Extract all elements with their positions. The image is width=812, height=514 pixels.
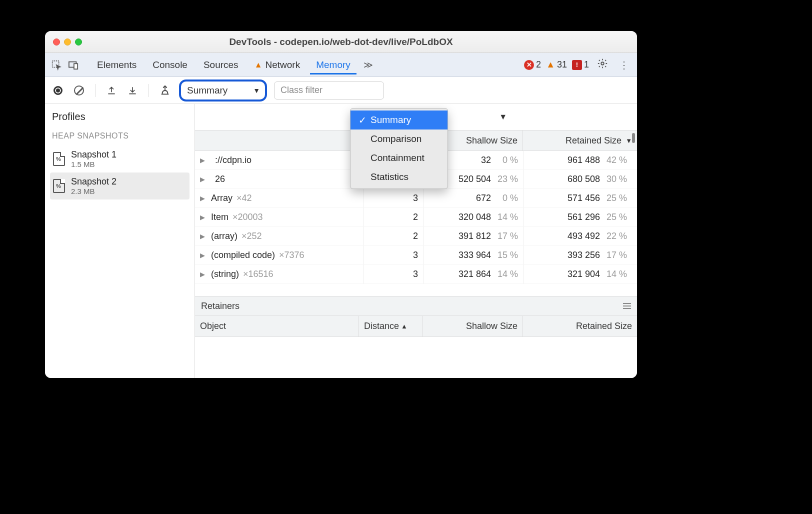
disclosure-triangle-icon[interactable]: ▶: [200, 194, 207, 202]
dropdown-item-summary[interactable]: ✓ Summary: [350, 110, 448, 130]
errors-count: 2: [536, 60, 541, 70]
divider: [95, 84, 96, 97]
sidebar-item-snapshot-2[interactable]: Snapshot 2 2.3 MB: [50, 172, 190, 200]
scrollbar-thumb[interactable]: [632, 133, 635, 143]
issues-count: 1: [584, 60, 589, 70]
instance-count: ×16516: [243, 269, 274, 280]
retainers-table-header: Object Distance ▲ Shallow Size Retained …: [195, 316, 637, 337]
dropdown-item-label: Summary: [370, 114, 411, 126]
col-constructor[interactable]: [195, 130, 363, 150]
retained-size-pct: 17 %: [605, 250, 627, 260]
tab-network-label: Network: [265, 60, 300, 70]
retainers-body: [195, 337, 637, 378]
tab-sources[interactable]: Sources: [198, 56, 244, 74]
shallow-size-value: 321 864: [458, 269, 491, 280]
snapshot-size: 2.3 MB: [71, 187, 116, 196]
export-icon[interactable]: [104, 84, 118, 98]
caret-down-icon[interactable]: ▼: [499, 112, 507, 122]
col-retained-label: Retained Size: [566, 136, 622, 146]
shallow-size-pct: 17 %: [496, 231, 518, 242]
tab-memory[interactable]: Memory: [310, 56, 356, 74]
inspect-icon[interactable]: [50, 58, 63, 72]
disclosure-triangle-icon[interactable]: ▶: [200, 270, 207, 278]
disclosure-triangle-icon[interactable]: ▶: [200, 252, 207, 259]
instance-count: ×42: [236, 193, 252, 204]
shallow-size-value: 520 504: [458, 174, 491, 184]
class-filter-input[interactable]: [274, 82, 384, 100]
main-area: Profiles HEAP SNAPSHOTS Snapshot 1 1.5 M…: [45, 104, 637, 378]
retainers-title: Retainers: [201, 301, 240, 312]
dropdown-item-containment[interactable]: Containment: [350, 148, 448, 168]
sort-asc-icon: ▲: [401, 322, 408, 330]
devtools-window: DevTools - codepen.io/web-dot-dev/live/P…: [45, 31, 637, 378]
disclosure-triangle-icon[interactable]: ▶: [200, 232, 207, 240]
divider: [148, 84, 149, 97]
distance-value: 2: [413, 231, 418, 242]
dropdown-item-label: Statistics: [370, 172, 408, 182]
distance-value: 3: [413, 250, 418, 260]
errors-badge[interactable]: ✕ 2: [524, 60, 541, 70]
snapshot-name: Snapshot 2: [71, 176, 116, 187]
issues-badge[interactable]: ! 1: [572, 60, 589, 70]
ret-col-object[interactable]: Object: [195, 316, 359, 336]
table-row[interactable]: ▶(string)×165163321 86414 %321 90414 %: [195, 265, 637, 284]
shallow-size-value: 320 048: [458, 212, 491, 222]
sort-desc-icon: ▼: [626, 137, 632, 144]
snapshot-size: 1.5 MB: [71, 160, 116, 168]
profiles-title: Profiles: [50, 111, 190, 122]
profiles-sidebar: Profiles HEAP SNAPSHOTS Snapshot 1 1.5 M…: [45, 104, 195, 378]
shallow-size-value: 672: [476, 193, 491, 204]
constructor-name: Item: [211, 212, 228, 222]
import-icon[interactable]: [126, 84, 140, 98]
distance-value: 2: [413, 212, 418, 222]
retainers-menu-icon[interactable]: [623, 303, 631, 309]
disclosure-triangle-icon[interactable]: ▶: [200, 176, 207, 183]
constructor-name: (array): [211, 231, 238, 242]
kebab-menu-icon[interactable]: ⋮: [616, 59, 632, 71]
retained-size-pct: 25 %: [605, 212, 627, 222]
retained-size-pct: 30 %: [605, 174, 627, 184]
table-row[interactable]: ▶Array×4236720 %571 45625 %: [195, 189, 637, 208]
dropdown-item-label: Containment: [370, 152, 424, 164]
tab-network[interactable]: ▲ Network: [248, 56, 306, 74]
record-button[interactable]: [51, 84, 65, 98]
col-retained-size[interactable]: Retained Size ▼: [523, 130, 637, 150]
view-select[interactable]: Summary ▼: [179, 80, 267, 102]
dropdown-item-statistics[interactable]: Statistics: [350, 168, 448, 186]
constructor-name: Array: [211, 193, 232, 204]
retained-size-value: 571 456: [568, 193, 600, 204]
disclosure-triangle-icon[interactable]: ▶: [200, 214, 207, 221]
instance-count: ×20003: [232, 212, 263, 222]
retained-size-pct: 42 %: [605, 155, 627, 166]
table-row[interactable]: ▶Item×200032320 04814 %561 29625 %: [195, 208, 637, 227]
warnings-badge[interactable]: ▲ 31: [546, 60, 567, 70]
retained-size-value: 493 492: [568, 231, 600, 242]
table-row[interactable]: ▶(array)×2522391 81217 %493 49222 %: [195, 227, 637, 246]
device-toolbar-icon[interactable]: [67, 58, 80, 72]
issue-icon: !: [572, 60, 582, 70]
dropdown-item-comparison[interactable]: Comparison: [350, 130, 448, 148]
snapshot-name: Snapshot 1: [71, 150, 116, 160]
warning-icon: ▲: [546, 60, 555, 70]
ret-col-retained[interactable]: Retained Size: [523, 316, 637, 336]
table-row[interactable]: ▶(compiled code)×73763333 96415 %393 256…: [195, 246, 637, 265]
constructor-suffix: ://cdpn.io: [215, 155, 252, 166]
instance-count: ×7376: [279, 250, 304, 260]
collect-garbage-icon[interactable]: [158, 84, 172, 98]
more-tabs-icon[interactable]: ≫: [360, 60, 376, 70]
sidebar-item-snapshot-1[interactable]: Snapshot 1 1.5 MB: [50, 146, 190, 172]
retained-size-pct: 14 %: [605, 269, 627, 280]
tab-console[interactable]: Console: [146, 56, 194, 74]
ret-col-distance-label: Distance: [364, 321, 399, 332]
clear-button[interactable]: [72, 84, 86, 98]
ret-col-shallow[interactable]: Shallow Size: [423, 316, 523, 336]
svg-point-3: [601, 62, 604, 65]
distance-value: 3: [413, 269, 418, 280]
tab-elements[interactable]: Elements: [91, 56, 142, 74]
snapshot-file-icon: [53, 152, 65, 166]
disclosure-triangle-icon[interactable]: ▶: [200, 156, 207, 164]
shallow-size-value: 333 964: [458, 250, 491, 260]
settings-icon[interactable]: [594, 58, 611, 72]
ret-col-distance[interactable]: Distance ▲: [359, 316, 423, 336]
shallow-size-pct: 0 %: [496, 193, 518, 204]
